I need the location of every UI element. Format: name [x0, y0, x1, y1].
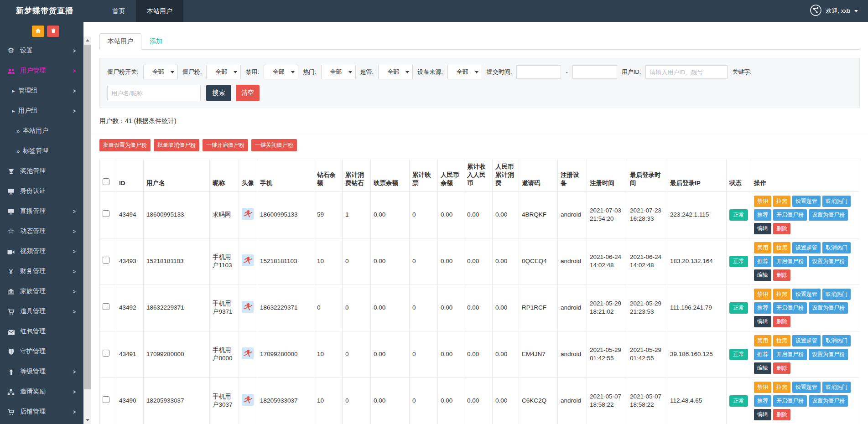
set-superadmin-button[interactable]: 设置超管 [792, 335, 821, 346]
sidebar-scrollbar[interactable] [83, 36, 91, 424]
delete-button[interactable]: 删除 [773, 223, 790, 234]
cancel-hot-button[interactable]: 取消热门 [822, 289, 851, 300]
user-menu[interactable]: 欢迎, xxb [810, 0, 858, 22]
sidebar-item-finance-management[interactable]: ¥财务管理> [0, 261, 83, 281]
sidebar-item-user-management[interactable]: 用户管理> [0, 61, 83, 81]
set-as-zombie-fan-button[interactable]: 设置为僵尸粉 [809, 302, 848, 314]
clear-button[interactable]: 清空 [236, 85, 260, 101]
sidebar-item-identity-verification[interactable]: 身份认证 [0, 181, 83, 201]
superadmin-select[interactable]: 全部 [378, 65, 413, 79]
trash-button[interactable] [47, 26, 59, 37]
edit-button[interactable]: 编辑 [754, 223, 771, 234]
disable-button[interactable]: 禁用 [754, 289, 771, 300]
blacklist-button[interactable]: 拉黑 [773, 335, 790, 346]
enable-zombie-fans-button[interactable]: 开启僵尸粉 [773, 349, 807, 360]
sidebar-item-tag-management[interactable]: »标签管理 [0, 141, 83, 161]
scroll-up-arrow[interactable] [83, 36, 91, 44]
select-value: 全部 [457, 68, 468, 76]
submit-time-start-input[interactable] [516, 65, 561, 79]
set-as-zombie-fan-button[interactable]: 设置为僵尸粉 [809, 209, 848, 221]
set-superadmin-button[interactable]: 设置超管 [792, 196, 821, 207]
blacklist-button[interactable]: 拉黑 [773, 196, 790, 207]
blacklist-button[interactable]: 拉黑 [773, 289, 790, 300]
sidebar-item-invite-reward[interactable]: 邀请奖励> [0, 382, 83, 402]
disabled-select[interactable]: 全部 [264, 65, 298, 79]
sidebar-item-video-management[interactable]: 视频管理> [0, 241, 83, 261]
sidebar-item-site-users[interactable]: »本站用户 [0, 121, 83, 141]
cancel-hot-button[interactable]: 取消热门 [822, 335, 851, 346]
top-tab-site-users[interactable]: 本站用户 [136, 0, 183, 22]
set-superadmin-button[interactable]: 设置超管 [792, 242, 821, 253]
sidebar-item-admin-group[interactable]: ▸管理组> [0, 81, 83, 101]
enable-zombie-fans-button[interactable]: 开启僵尸粉 [773, 302, 807, 314]
disable-button[interactable]: 禁用 [754, 242, 771, 253]
recommend-button[interactable]: 推荐 [754, 302, 771, 314]
cancel-hot-button[interactable]: 取消热门 [822, 196, 851, 207]
delete-button[interactable]: 删除 [773, 269, 790, 281]
recommend-button[interactable]: 推荐 [754, 209, 771, 221]
enable-zombie-fans-button[interactable]: 开启僵尸粉 [773, 395, 807, 407]
actions-cell: 禁用拉黑设置超管取消热门推荐开启僵尸粉设置为僵尸粉编辑删除 [751, 191, 860, 238]
edit-button[interactable]: 编辑 [754, 409, 771, 420]
zombie-fans-switch-select[interactable]: 全部 [143, 65, 178, 79]
row-checkbox[interactable] [103, 257, 109, 264]
disable-button[interactable]: 禁用 [754, 335, 771, 346]
recommend-button[interactable]: 推荐 [754, 256, 771, 267]
sidebar-item-level-management[interactable]: 等级管理> [0, 362, 83, 382]
edit-button[interactable]: 编辑 [754, 362, 771, 374]
submit-time-end-input[interactable] [572, 65, 617, 79]
cancel-hot-button[interactable]: 取消热门 [822, 382, 851, 393]
batch-cancel-zombie-fans-button[interactable]: 批量取消僵尸粉 [154, 139, 199, 151]
one-key-disable-zombie-fans-button[interactable]: 一键关闭僵尸粉 [251, 139, 297, 151]
sidebar-item-shop-management[interactable]: 店铺管理> [0, 402, 83, 422]
page-tab-add[interactable]: 添加 [141, 33, 171, 50]
sidebar-item-red-packet-management[interactable]: 红包管理 [0, 321, 83, 341]
sidebar-item-family-management[interactable]: 家族管理> [0, 281, 83, 301]
set-superadmin-button[interactable]: 设置超管 [792, 289, 821, 300]
batch-set-zombie-fans-button[interactable]: 批量设置为僵尸粉 [99, 139, 151, 151]
delete-button[interactable]: 删除 [773, 316, 790, 327]
sidebar-item-guardian-management[interactable]: 守护管理 [0, 341, 83, 362]
search-button[interactable]: 搜索 [206, 85, 231, 101]
edit-button[interactable]: 编辑 [754, 269, 771, 281]
sidebar-item-live-management[interactable]: 直播管理> [0, 201, 83, 221]
top-tab-home[interactable]: 首页 [101, 0, 136, 22]
sidebar-item-prize-pool-management[interactable]: 奖池管理 [0, 161, 83, 181]
set-as-zombie-fan-button[interactable]: 设置为僵尸粉 [809, 256, 848, 267]
sidebar-item-user-group[interactable]: ▸用户组> [0, 101, 83, 121]
row-checkbox[interactable] [103, 350, 109, 357]
disable-button[interactable]: 禁用 [754, 382, 771, 393]
sidebar-item-moment-management[interactable]: ☆动态管理> [0, 221, 83, 241]
user-id-input[interactable] [645, 65, 728, 79]
select-all-checkbox[interactable] [103, 178, 109, 185]
recommend-button[interactable]: 推荐 [754, 395, 771, 407]
hot-label: 热门: [303, 68, 317, 76]
zombie-fans-select[interactable]: 全部 [206, 65, 241, 79]
row-checkbox[interactable] [103, 396, 109, 403]
cancel-hot-button[interactable]: 取消热门 [822, 242, 851, 253]
disable-button[interactable]: 禁用 [754, 196, 771, 207]
scroll-down-arrow[interactable] [83, 416, 91, 424]
edit-button[interactable]: 编辑 [754, 316, 771, 327]
blacklist-button[interactable]: 拉黑 [773, 382, 790, 393]
home-button[interactable] [32, 26, 44, 37]
page-tab-site-users[interactable]: 本站用户 [99, 33, 141, 50]
delete-button[interactable]: 删除 [773, 362, 790, 374]
row-checkbox[interactable] [103, 210, 109, 217]
scrollbar-thumb[interactable] [84, 45, 91, 389]
sidebar-item-settings[interactable]: ⚙设置> [0, 41, 83, 61]
hot-select[interactable]: 全部 [321, 65, 356, 79]
sidebar-item-prop-management[interactable]: 道具管理> [0, 301, 83, 321]
device-source-select[interactable]: 全部 [447, 65, 482, 79]
delete-button[interactable]: 删除 [773, 409, 790, 420]
set-as-zombie-fan-button[interactable]: 设置为僵尸粉 [809, 395, 848, 407]
row-checkbox[interactable] [103, 303, 109, 310]
recommend-button[interactable]: 推荐 [754, 349, 771, 360]
set-as-zombie-fan-button[interactable]: 设置为僵尸粉 [809, 349, 848, 360]
enable-zombie-fans-button[interactable]: 开启僵尸粉 [773, 256, 807, 267]
enable-zombie-fans-button[interactable]: 开启僵尸粉 [773, 209, 807, 221]
username-nickname-input[interactable] [107, 85, 201, 101]
one-key-enable-zombie-fans-button[interactable]: 一键开启僵尸粉 [203, 139, 248, 151]
blacklist-button[interactable]: 拉黑 [773, 242, 790, 253]
set-superadmin-button[interactable]: 设置超管 [792, 382, 821, 393]
